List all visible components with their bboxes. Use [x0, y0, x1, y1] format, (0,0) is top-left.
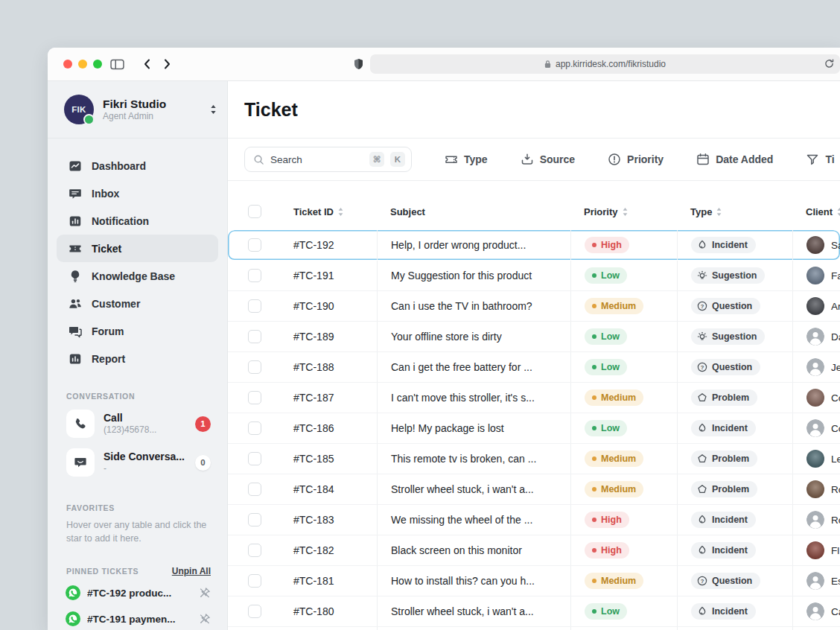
sidebar-item-customer[interactable]: Customer — [57, 290, 218, 317]
browser-window: app.kirridesk.com/fikristudio FIK Fikri … — [48, 48, 840, 630]
unpin-all-link[interactable]: Unpin All — [172, 566, 211, 576]
type-badge: ?Question — [691, 573, 760, 589]
type-filter-icon — [445, 153, 458, 166]
table-row[interactable]: #TC-190 Can i use the TV in bathroom? Me… — [228, 291, 840, 322]
select-all-checkbox[interactable] — [248, 205, 261, 218]
sidebar-item-knowledge-base[interactable]: Knowledge Base — [57, 262, 218, 290]
sidebar-item-notification[interactable]: Notification — [57, 207, 218, 235]
sort-icon[interactable] — [837, 208, 840, 216]
table-row[interactable]: #TC-179 Help, I order wrong product... H… — [228, 627, 840, 630]
client-name: Ro — [831, 484, 840, 495]
table-row[interactable]: #TC-182 Black screen on this monitor Hig… — [228, 535, 840, 566]
column-header-subject[interactable]: Subject — [377, 206, 570, 217]
online-status-dot — [83, 114, 95, 125]
row-checkbox[interactable] — [248, 360, 261, 374]
minimize-window-button[interactable] — [78, 60, 87, 69]
chevron-up-down-icon[interactable] — [210, 104, 217, 115]
type-badge: Sugestion — [691, 267, 765, 284]
back-icon[interactable] — [139, 57, 155, 71]
search-input[interactable]: Search ⌘ K — [244, 147, 412, 172]
table-row[interactable]: #TC-180 Stroller wheel stuck, i wan't a.… — [228, 596, 840, 627]
ticket-subject: Can i use the TV in bathroom? — [377, 291, 570, 321]
row-checkbox[interactable] — [248, 574, 261, 588]
sort-icon[interactable] — [338, 208, 343, 216]
sidebar-item-forum[interactable]: Forum — [57, 317, 218, 345]
count-badge: 1 — [195, 416, 211, 432]
question-icon: ? — [697, 362, 707, 372]
sidebar-toggle-icon[interactable] — [109, 57, 125, 71]
filter-label: Priority — [627, 153, 664, 165]
row-checkbox[interactable] — [248, 299, 261, 313]
filter-type[interactable]: Type — [445, 153, 488, 166]
filter-ti[interactable]: Ti — [806, 153, 834, 166]
sort-icon[interactable] — [623, 208, 628, 216]
table-row[interactable]: #TC-192 Help, I order wrong product... H… — [228, 230, 840, 261]
table-row[interactable]: #TC-186 Help! My package is lost Low Inc… — [228, 413, 840, 444]
unpin-icon[interactable] — [199, 613, 211, 625]
row-checkbox[interactable] — [248, 605, 261, 618]
sidebar-item-ticket[interactable]: Ticket — [57, 235, 218, 262]
priority-badge: Medium — [585, 389, 643, 406]
ticket-id: #TC-181 — [280, 566, 377, 596]
workspace-switcher[interactable]: FIK Fikri Studio Agent Admin — [48, 81, 227, 139]
table-row[interactable]: #TC-185 This remote tv is broken, can ..… — [228, 444, 840, 474]
row-checkbox[interactable] — [248, 330, 261, 343]
type-badge: ?Question — [691, 359, 760, 375]
client-avatar — [806, 297, 824, 315]
address-bar[interactable]: app.kirridesk.com/fikristudio — [370, 54, 840, 74]
row-checkbox[interactable] — [248, 452, 261, 465]
close-window-button[interactable] — [63, 60, 72, 69]
person-icon — [806, 511, 824, 529]
sidebar-nav-label: Dashboard — [92, 160, 146, 172]
priority-badge: Low — [585, 328, 627, 345]
conversation-item-call[interactable]: Call (123)45678... 1 — [66, 410, 211, 438]
type-badge: Incident — [691, 603, 756, 620]
column-header-ticket-id[interactable]: Ticket ID — [280, 206, 377, 217]
type-badge: Incident — [691, 237, 756, 253]
conversation-item-side-conversa[interactable]: Side Conversa... - 0 — [66, 448, 211, 477]
svg-text:?: ? — [701, 303, 704, 310]
pinned-ticket-item[interactable]: #TC-191 paymen... — [66, 611, 211, 626]
table-row[interactable]: #TC-188 Can i get the free battery for .… — [228, 352, 840, 383]
row-checkbox[interactable] — [248, 269, 261, 282]
pinned-ticket-item[interactable]: #TC-192 produc... — [66, 585, 211, 600]
sidebar-item-report[interactable]: Report — [57, 345, 218, 372]
column-header-client[interactable]: Client — [792, 206, 840, 217]
row-checkbox[interactable] — [248, 421, 261, 435]
table-row[interactable]: #TC-187 I can't move this stroller, it's… — [228, 383, 840, 413]
sidebar-item-dashboard[interactable]: Dashboard — [57, 152, 218, 179]
row-checkbox[interactable] — [248, 544, 261, 557]
table-row[interactable]: #TC-183 We missing the wheel of the ... … — [228, 505, 840, 535]
sidebar-nav-label: Inbox — [92, 188, 119, 200]
flame-icon — [697, 423, 707, 433]
column-header-priority[interactable]: Priority — [570, 206, 677, 217]
favorites-hint: Hover over any table and click the star … — [48, 512, 228, 545]
table-row[interactable]: #TC-191 My Suggestion for this product L… — [228, 261, 840, 291]
filter-date-added[interactable]: Date Added — [696, 153, 773, 166]
shield-icon — [350, 57, 366, 71]
person-icon — [806, 602, 824, 620]
filter-source[interactable]: Source — [521, 153, 575, 166]
filter-priority[interactable]: Priority — [608, 153, 664, 166]
filter-label: Date Added — [716, 153, 773, 165]
column-header-type[interactable]: Type — [677, 206, 792, 217]
reload-icon[interactable] — [824, 59, 834, 71]
unpin-icon[interactable] — [199, 587, 211, 599]
row-checkbox[interactable] — [248, 483, 261, 496]
row-checkbox[interactable] — [248, 513, 261, 526]
table-row[interactable]: #TC-181 How to install this? can you h..… — [228, 566, 840, 596]
row-checkbox[interactable] — [248, 391, 261, 404]
ticket-subject: Help, I order wrong product... — [377, 627, 570, 630]
sidebar-item-inbox[interactable]: Inbox — [57, 179, 218, 207]
report-icon — [69, 352, 82, 366]
type-badge: Problem — [691, 481, 757, 497]
forward-icon[interactable] — [159, 57, 176, 71]
row-checkbox[interactable] — [248, 238, 261, 252]
client-name: Ca — [831, 606, 840, 617]
table-row[interactable]: #TC-184 Stroller wheel stuck, i wan't a.… — [228, 474, 840, 505]
zoom-window-button[interactable] — [93, 60, 102, 69]
type-badge: Incident — [691, 542, 756, 559]
ticket-id: #TC-186 — [280, 413, 377, 443]
sort-icon[interactable] — [716, 208, 722, 216]
table-row[interactable]: #TC-189 Your offline store is dirty Low … — [228, 322, 840, 352]
